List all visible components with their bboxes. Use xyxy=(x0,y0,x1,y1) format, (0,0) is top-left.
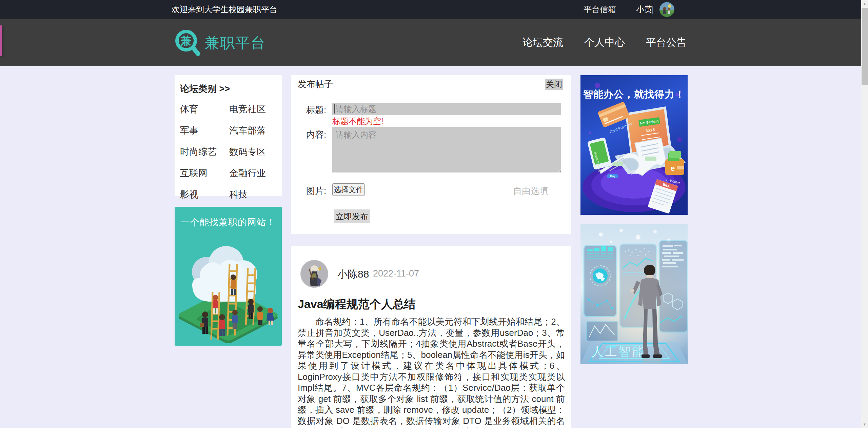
magnifier-logo-icon: 兼 xyxy=(174,29,201,57)
category-panel-title: 论坛类别 >> xyxy=(180,83,276,95)
banner-slogan: 一个能找兼职的网站！ xyxy=(175,216,282,228)
username-link[interactable]: 小黄 xyxy=(636,0,652,19)
post-author-name[interactable]: 小陈88 xyxy=(337,267,369,281)
title-label: 标题: xyxy=(306,104,326,116)
category-item[interactable]: 汽车部落 xyxy=(229,124,276,137)
category-item[interactable]: 互联网 xyxy=(180,167,229,179)
page-scrollbar[interactable]: ▲ ▼ xyxy=(861,0,868,428)
mailbox-link[interactable]: 平台信箱 xyxy=(584,0,616,19)
nav-forum[interactable]: 论坛交流 xyxy=(522,36,563,49)
publish-form-title: 发布帖子 xyxy=(298,75,333,93)
nav-profile[interactable]: 个人中心 xyxy=(584,36,625,49)
main-header: 兼 兼职平台 论坛交流 个人中心 平台公告 xyxy=(0,19,861,66)
publish-button[interactable]: 立即发布 xyxy=(334,209,370,223)
scrollbar-down-icon[interactable]: ▼ xyxy=(861,421,868,428)
user-avatar[interactable] xyxy=(659,2,674,17)
ad-top-slogan: 智能办公，就找得力！ xyxy=(583,89,685,100)
brand-logo[interactable]: 兼 兼职平台 xyxy=(174,29,266,57)
side-pink-tab[interactable] xyxy=(0,25,2,56)
jobsite-promo-banner[interactable]: 一个能找兼职的网站！ xyxy=(175,207,282,346)
post-title[interactable]: Java编程规范个人总结 xyxy=(298,297,416,312)
brand-glyph: 兼 xyxy=(180,35,192,47)
content-textarea[interactable] xyxy=(332,127,561,172)
ai-caption: 人工智能 xyxy=(591,345,646,359)
category-item[interactable]: 数码专区 xyxy=(229,146,276,158)
main-nav: 论坛交流 个人中心 平台公告 xyxy=(522,19,687,66)
ai-illustration: 人工智能 xyxy=(580,224,688,364)
image-label: 图片: xyxy=(306,185,326,197)
topbar: 欢迎来到大学生校园兼职平台 平台信箱 小黄 | xyxy=(0,0,861,19)
topbar-separator: | xyxy=(652,0,654,19)
category-item[interactable]: 体育 xyxy=(180,103,229,115)
ad-label-pay: Pay xyxy=(610,175,615,178)
forum-post: 小陈88 2022-11-07 Java编程规范个人总结 命名规约：1、所有命名… xyxy=(291,246,571,428)
category-item[interactable]: 电竞社区 xyxy=(229,103,276,115)
choose-file-button[interactable]: 选择文件 xyxy=(332,183,365,196)
user-avatar-image xyxy=(659,2,674,17)
category-item[interactable]: 金融行业 xyxy=(229,167,276,179)
post-author-avatar[interactable] xyxy=(300,260,328,288)
scrollbar-thumb[interactable] xyxy=(862,8,868,85)
text-caret xyxy=(334,104,335,114)
brand-name: 兼职平台 xyxy=(205,33,266,53)
post-date: 2022-11-07 xyxy=(373,268,419,279)
category-item[interactable]: 时尚综艺 xyxy=(180,146,229,158)
smart-office-ad-banner[interactable]: 智能办公，就找得力！ Net Banking 500 $ Pay xyxy=(580,75,688,215)
ai-ad-banner[interactable]: 人工智能 xyxy=(580,224,688,364)
category-item[interactable]: 影视 xyxy=(180,188,229,201)
post-body-text: 命名规约：1、所有命名不能以美元符和下划线开始和结尾；2、禁止拼音加英文类，Us… xyxy=(298,316,565,428)
welcome-text: 欢迎来到大学生校园兼职平台 xyxy=(172,0,277,19)
post-avatar-image xyxy=(300,260,328,288)
publish-form-header: 发布帖子 关闭 xyxy=(291,75,571,93)
category-item[interactable]: 军事 xyxy=(180,124,229,137)
optional-hint: 自由选填 xyxy=(513,185,548,197)
category-list: 体育 电竞社区 军事 汽车部落 时尚综艺 数码专区 互联网 金融行业 影视 科技 xyxy=(180,103,276,201)
content-label: 内容: xyxy=(306,129,326,141)
publish-post-panel: 发布帖子 关闭 标题: 标题不能为空! 内容: 图片: 选择文件 自由选填 立即… xyxy=(291,75,571,234)
smart-office-illustration: 智能办公，就找得力！ Net Banking 500 $ Pay xyxy=(580,75,688,215)
nav-announcements[interactable]: 平台公告 xyxy=(646,36,687,49)
title-input[interactable] xyxy=(332,103,561,115)
close-button[interactable]: 关闭 xyxy=(545,79,563,90)
title-error-message: 标题不能为空! xyxy=(332,116,383,127)
forum-category-panel: 论坛类别 >> 体育 电竞社区 军事 汽车部落 时尚综艺 数码专区 互联网 金融… xyxy=(175,75,282,196)
cloud-ladder-illustration xyxy=(175,234,282,346)
ad-label-wallet-e: e xyxy=(671,164,675,172)
scrollbar-up-icon[interactable]: ▲ xyxy=(861,0,868,7)
category-item[interactable]: 科技 xyxy=(229,188,276,201)
